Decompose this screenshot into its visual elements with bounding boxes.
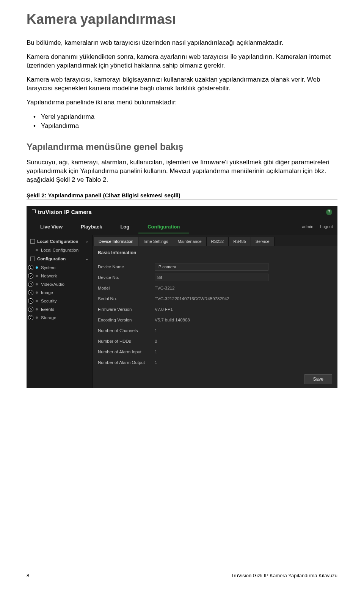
sidebar-item-image[interactable]: 4 Image xyxy=(27,288,92,297)
callout-badge: 1 xyxy=(28,265,33,270)
tab-rs485[interactable]: RS485 xyxy=(229,237,251,246)
brand-bar: truVision IP Camera ? xyxy=(27,206,337,219)
sidebar-item-local-config[interactable]: Local Configuration xyxy=(27,246,92,254)
value-encoding: V5.7 build 140808 xyxy=(155,318,190,322)
paragraph: Kamera donanımı yüklendikten sonra, kame… xyxy=(27,53,337,70)
value-alarm-input: 1 xyxy=(155,350,157,354)
callout-badge: 2 xyxy=(28,273,33,279)
sidebar-item-label: Image xyxy=(41,290,53,295)
bullet-icon xyxy=(36,291,38,294)
page-title: Kamera yapılandırması xyxy=(27,11,337,27)
section-header: Basic Information xyxy=(93,246,337,258)
section-heading: Yapılandırma menüsüne genel bakış xyxy=(27,142,337,152)
chevron-down-icon: ⌄ xyxy=(85,239,88,243)
bullet-icon xyxy=(36,275,38,277)
screenshot-panel: truVision IP Camera ? Live View Playback… xyxy=(27,206,337,388)
sidebar-item-system[interactable]: 1 System xyxy=(27,263,92,272)
content-area: Device Information Time Settings Mainten… xyxy=(93,235,337,388)
nav-playback[interactable]: Playback xyxy=(72,220,111,233)
tab-device-information[interactable]: Device Information xyxy=(94,237,138,246)
tab-maintenance[interactable]: Maintenance xyxy=(173,237,207,246)
bullet-icon xyxy=(36,308,38,310)
list-item: Yapılandırma xyxy=(33,121,337,131)
tab-rs232[interactable]: RS232 xyxy=(207,237,229,246)
label-firmware: Firmware Version xyxy=(98,307,155,312)
callout-badge: 5 xyxy=(28,298,33,304)
intro-paragraph: Bu bölümde, kameraların web tarayıcısı ü… xyxy=(27,39,337,47)
wrench-icon xyxy=(30,257,35,261)
page-footer: 8 TruVision Gizli IP Kamera Yapılandırma… xyxy=(27,571,337,578)
sidebar-item-video-audio[interactable]: 3 Video/Audio xyxy=(27,280,92,288)
sidebar-item-label: Network xyxy=(41,274,57,278)
sidebar-header-label: Local Configuration xyxy=(37,239,78,244)
divider xyxy=(27,199,337,200)
sidebar-item-storage[interactable]: 7 Storage xyxy=(27,313,92,322)
label-serial: Serial No. xyxy=(98,296,155,301)
sidebar-item-label: System xyxy=(41,265,55,270)
sidebar-item-security[interactable]: 5 Security xyxy=(27,297,92,305)
paragraph: Sunucuyu, ağı, kamerayı, alarmları, kull… xyxy=(27,158,337,184)
device-info-form: Device Name Device No. Model TVC-3212 Se… xyxy=(93,258,337,372)
label-model: Model xyxy=(98,286,155,290)
chevron-down-icon: ⌄ xyxy=(85,257,88,261)
folder-icon xyxy=(30,239,35,244)
current-user: admin xyxy=(295,224,320,229)
label-device-name: Device Name xyxy=(98,265,155,269)
label-encoding: Encoding Version xyxy=(98,318,155,322)
bullet-icon xyxy=(36,283,38,285)
sidebar-item-network[interactable]: 2 Network xyxy=(27,272,92,280)
footer-title: TruVision Gizli IP Kamera Yapılandırma K… xyxy=(231,573,337,578)
label-alarm-output: Number of Alarm Output xyxy=(98,360,155,365)
device-no-input[interactable] xyxy=(155,274,268,281)
bullet-icon xyxy=(36,266,38,269)
bullet-icon xyxy=(36,317,38,319)
label-alarm-input: Number of Alarm Input xyxy=(98,350,155,354)
sidebar-item-label: Storage xyxy=(41,315,56,320)
help-icon[interactable]: ? xyxy=(326,209,332,215)
value-alarm-output: 1 xyxy=(155,360,157,365)
callout-badge: 6 xyxy=(28,307,33,312)
save-button[interactable]: Save xyxy=(304,374,332,384)
value-hdds: 0 xyxy=(155,339,157,343)
nav-live-view[interactable]: Live View xyxy=(31,220,72,233)
callout-badge: 4 xyxy=(28,290,33,295)
tab-time-settings[interactable]: Time Settings xyxy=(138,237,173,246)
bullet-icon xyxy=(36,300,38,302)
sidebar-item-label: Local Configuration xyxy=(41,248,78,252)
tab-bar: Device Information Time Settings Mainten… xyxy=(93,235,337,246)
tab-service[interactable]: Service xyxy=(251,237,275,246)
sidebar-header-config[interactable]: Configuration ⌄ xyxy=(27,254,92,263)
sidebar-item-label: Security xyxy=(41,299,57,303)
sidebar-header-label: Configuration xyxy=(37,257,66,261)
callout-badge: 3 xyxy=(28,282,33,287)
label-channels: Number of Channels xyxy=(98,328,155,333)
nav-log[interactable]: Log xyxy=(111,220,138,233)
sidebar-header-local[interactable]: Local Configuration ⌄ xyxy=(27,237,92,246)
bullet-icon xyxy=(36,249,38,251)
brand-text: truVision IP Camera xyxy=(38,209,92,215)
paragraph: Yapılandırma panelinde iki ana menü bulu… xyxy=(27,98,337,107)
paragraph: Kamera web tarayıcısı, kamerayı bilgisay… xyxy=(27,76,337,93)
main-nav: Live View Playback Log Configuration adm… xyxy=(27,219,337,235)
value-channels: 1 xyxy=(155,328,157,333)
callout-badge: 7 xyxy=(28,315,33,320)
logout-link[interactable]: Logout xyxy=(320,224,333,229)
sidebar-item-events[interactable]: 6 Events xyxy=(27,305,92,313)
brand-icon xyxy=(32,209,36,213)
value-model: TVC-3212 xyxy=(155,286,174,290)
page-number: 8 xyxy=(27,573,29,578)
device-name-input[interactable] xyxy=(155,263,268,271)
value-firmware: V7.0 FP1 xyxy=(155,307,173,312)
value-serial: TVC-321220140716CCWR459782942 xyxy=(155,296,229,301)
sidebar-item-label: Video/Audio xyxy=(41,282,64,287)
sidebar-item-label: Events xyxy=(41,307,54,312)
figure-caption: Şekil 2: Yapılandırma paneli (Cihaz Bilg… xyxy=(27,192,337,198)
nav-configuration[interactable]: Configuration xyxy=(138,220,189,233)
list-item: Yerel yapılandırma xyxy=(33,112,337,122)
label-device-no: Device No. xyxy=(98,275,155,280)
sidebar: Local Configuration ⌄ Local Configuratio… xyxy=(27,235,93,388)
label-hdds: Number of HDDs xyxy=(98,339,155,343)
